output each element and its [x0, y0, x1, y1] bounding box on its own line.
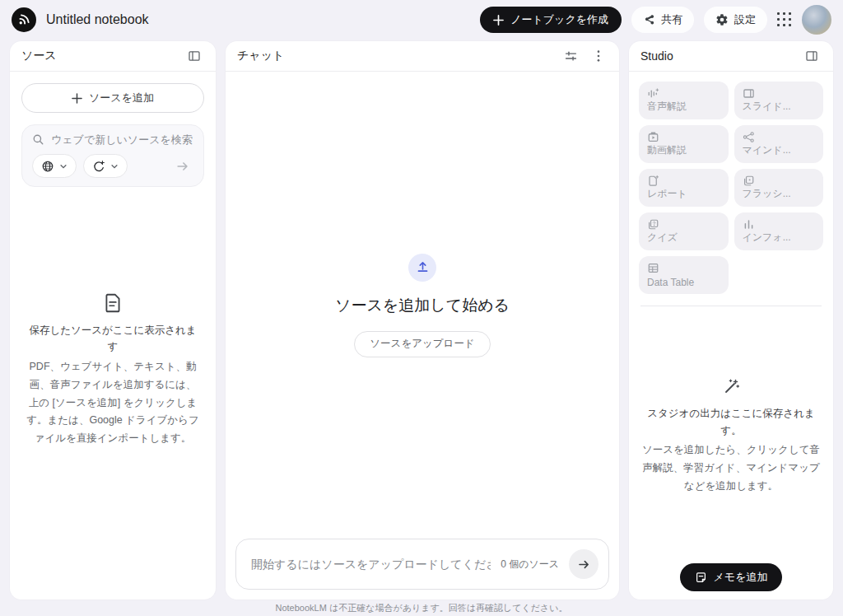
studio-tools-grid: 音声解説 スライド... 動画解説 マインド... レポート フラッシ...	[629, 72, 833, 302]
search-icon	[32, 133, 44, 146]
source-count-label: 0 個のソース	[501, 558, 559, 572]
studio-panel-title: Studio	[640, 49, 673, 63]
audio-overview-icon	[647, 87, 659, 100]
note-icon	[695, 572, 707, 584]
upload-circle	[408, 254, 436, 282]
tool-mind-map[interactable]: マインド...	[734, 125, 824, 163]
chat-settings-button[interactable]	[561, 46, 581, 67]
side-panel-icon	[805, 49, 818, 63]
disclaimer-text: NotebookLM は不正確な場合があります。回答は再確認してください。	[275, 602, 567, 614]
mind-map-icon	[743, 131, 755, 143]
tune-icon	[564, 49, 578, 63]
magic-wand-icon	[721, 377, 741, 397]
chat-empty-state: ソースを追加して始める ソースをアップロード	[226, 72, 619, 539]
notebooklm-logo-icon[interactable]	[12, 7, 36, 32]
arrow-right-icon	[175, 159, 190, 174]
upload-source-button[interactable]: ソースをアップロード	[354, 331, 490, 357]
sources-empty-state: 保存したソースがここに表示されます PDF、ウェブサイト、テキスト、動画、音声フ…	[10, 190, 216, 600]
tool-flashcards[interactable]: フラッシ...	[734, 169, 824, 207]
sources-panel-title: ソース	[21, 49, 57, 63]
tool-slides[interactable]: スライド...	[734, 82, 824, 119]
document-icon	[102, 292, 123, 314]
upload-icon	[416, 260, 430, 274]
report-icon	[647, 175, 659, 187]
quiz-icon	[647, 218, 659, 231]
slides-icon	[743, 87, 755, 100]
chevron-down-icon	[59, 162, 68, 170]
flashcards-icon	[743, 175, 755, 187]
notebook-title[interactable]: Untitled notebook	[46, 12, 149, 27]
tool-video-overview[interactable]: 動画解説	[639, 125, 729, 163]
add-note-button[interactable]: メモを追加	[680, 563, 783, 591]
tool-infographic[interactable]: インフォ...	[734, 212, 824, 250]
chevron-down-icon	[110, 162, 119, 170]
gear-icon	[715, 13, 729, 26]
chat-panel-title: チャット	[237, 49, 284, 63]
studio-panel: Studio 音声解説 スライド... 動画解説 マインド...	[629, 41, 833, 600]
studio-empty-title: スタジオの出力はここに保存されます。	[640, 405, 822, 441]
top-header: Untitled notebook ノートブックを作成 共有 設定	[0, 0, 843, 40]
sources-panel: ソース ソースを追加	[10, 41, 216, 600]
chat-empty-heading: ソースを追加して始める	[335, 295, 510, 316]
web-source-search-card	[21, 124, 204, 187]
web-source-search-input[interactable]	[51, 133, 193, 146]
page-footer: NotebookLM は不正確な場合があります。回答は再確認してください。	[0, 600, 843, 616]
search-submit-button[interactable]	[172, 156, 193, 177]
settings-button[interactable]: 設定	[704, 7, 767, 33]
collapse-sources-panel-button[interactable]	[184, 46, 204, 66]
data-table-icon	[647, 262, 659, 274]
search-scope-chip[interactable]	[32, 154, 77, 178]
source-type-chip[interactable]	[83, 154, 128, 178]
share-button[interactable]: 共有	[631, 7, 694, 33]
side-panel-icon	[188, 49, 201, 63]
send-message-button[interactable]	[569, 549, 598, 579]
chat-input-bar: 0 個のソース	[235, 539, 609, 590]
create-notebook-button[interactable]: ノートブックを作成	[480, 7, 622, 33]
sources-empty-title: 保存したソースがここに表示されます	[25, 322, 201, 355]
add-source-button[interactable]: ソースを追加	[21, 83, 204, 113]
discover-sources-icon	[92, 160, 105, 173]
arrow-right-icon	[577, 558, 591, 572]
kebab-menu-icon	[593, 49, 604, 63]
user-avatar[interactable]	[802, 5, 831, 35]
collapse-studio-panel-button[interactable]	[802, 46, 822, 66]
google-apps-icon[interactable]	[777, 12, 792, 27]
sources-empty-body: PDF、ウェブサイト、テキスト、動画、音声ファイルを追加するには、上の [ソース…	[25, 358, 201, 448]
chat-more-menu-button[interactable]	[589, 46, 608, 66]
chat-panel: チャット ソースを追加して始める ソースをアップロード 0 個のソース	[226, 41, 619, 600]
globe-icon	[41, 160, 54, 173]
tool-quiz[interactable]: クイズ	[639, 212, 729, 250]
studio-empty-state: スタジオの出力はここに保存されます。 ソースを追加したら、クリックして音声解説、…	[629, 306, 833, 600]
infographic-icon	[743, 218, 755, 231]
plus-icon	[72, 93, 82, 104]
tool-data-table[interactable]: Data Table	[639, 256, 729, 294]
studio-empty-body: ソースを追加したら、クリックして音声解説、学習ガイド、マインドマップなどを追加し…	[640, 441, 822, 496]
tool-audio-overview[interactable]: 音声解説	[639, 82, 729, 119]
plus-icon	[493, 15, 504, 26]
tool-report[interactable]: レポート	[639, 169, 729, 207]
chat-input[interactable]	[251, 558, 491, 571]
share-icon	[643, 14, 655, 26]
video-overview-icon	[647, 131, 659, 143]
